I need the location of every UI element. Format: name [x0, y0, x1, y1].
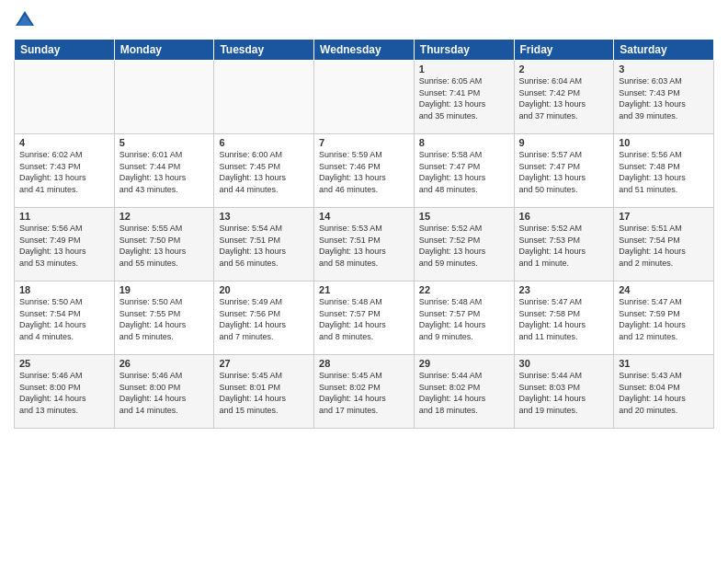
day-number: 15 [419, 211, 509, 222]
day-info: Sunrise: 5:53 AM Sunset: 7:51 PM Dayligh… [319, 223, 409, 269]
calendar-cell: 14Sunrise: 5:53 AM Sunset: 7:51 PM Dayli… [314, 208, 415, 282]
day-number: 16 [519, 211, 609, 222]
day-number: 24 [619, 284, 709, 295]
day-info: Sunrise: 5:47 AM Sunset: 7:59 PM Dayligh… [619, 296, 709, 342]
day-number: 5 [119, 137, 210, 148]
calendar-cell: 15Sunrise: 5:52 AM Sunset: 7:52 PM Dayli… [414, 208, 514, 282]
page: SundayMondayTuesdayWednesdayThursdayFrid… [0, 0, 728, 563]
day-info: Sunrise: 5:44 AM Sunset: 8:02 PM Dayligh… [419, 370, 509, 416]
calendar-cell: 21Sunrise: 5:48 AM Sunset: 7:57 PM Dayli… [314, 282, 415, 355]
header [14, 9, 714, 31]
day-info: Sunrise: 5:46 AM Sunset: 8:00 PM Dayligh… [119, 370, 210, 416]
day-number: 14 [319, 211, 409, 222]
weekday-header-tuesday: Tuesday [214, 40, 314, 61]
day-info: Sunrise: 5:50 AM Sunset: 7:54 PM Dayligh… [19, 296, 109, 342]
day-number: 6 [219, 137, 309, 148]
day-info: Sunrise: 6:05 AM Sunset: 7:41 PM Dayligh… [419, 75, 509, 121]
day-number: 28 [319, 358, 409, 369]
calendar-cell: 16Sunrise: 5:52 AM Sunset: 7:53 PM Dayli… [514, 208, 614, 282]
calendar-cell: 1Sunrise: 6:05 AM Sunset: 7:41 PM Daylig… [414, 61, 514, 134]
day-info: Sunrise: 5:46 AM Sunset: 8:00 PM Dayligh… [19, 370, 109, 416]
weekday-header-monday: Monday [114, 40, 214, 61]
calendar-cell: 13Sunrise: 5:54 AM Sunset: 7:51 PM Dayli… [214, 208, 314, 282]
calendar-cell: 11Sunrise: 5:56 AM Sunset: 7:49 PM Dayli… [15, 208, 115, 282]
day-number: 25 [19, 358, 109, 369]
day-number: 20 [219, 284, 309, 295]
calendar-cell: 9Sunrise: 5:57 AM Sunset: 7:47 PM Daylig… [514, 134, 614, 208]
calendar-cell: 24Sunrise: 5:47 AM Sunset: 7:59 PM Dayli… [614, 282, 714, 355]
calendar-cell: 20Sunrise: 5:49 AM Sunset: 7:56 PM Dayli… [214, 282, 314, 355]
day-info: Sunrise: 6:02 AM Sunset: 7:43 PM Dayligh… [19, 149, 109, 195]
calendar-cell: 29Sunrise: 5:44 AM Sunset: 8:02 PM Dayli… [414, 355, 514, 429]
week-row-3: 18Sunrise: 5:50 AM Sunset: 7:54 PM Dayli… [15, 282, 714, 355]
day-info: Sunrise: 5:57 AM Sunset: 7:47 PM Dayligh… [519, 149, 609, 195]
calendar-cell [214, 61, 314, 134]
day-info: Sunrise: 5:48 AM Sunset: 7:57 PM Dayligh… [319, 296, 409, 342]
week-row-0: 1Sunrise: 6:05 AM Sunset: 7:41 PM Daylig… [15, 61, 714, 134]
day-number: 19 [119, 284, 210, 295]
calendar-cell: 8Sunrise: 5:58 AM Sunset: 7:47 PM Daylig… [414, 134, 514, 208]
logo [14, 9, 40, 31]
day-info: Sunrise: 5:44 AM Sunset: 8:03 PM Dayligh… [519, 370, 609, 416]
weekday-header-wednesday: Wednesday [314, 40, 415, 61]
day-number: 1 [419, 63, 509, 75]
day-number: 2 [519, 63, 609, 75]
day-info: Sunrise: 5:45 AM Sunset: 8:01 PM Dayligh… [219, 370, 309, 416]
calendar-cell: 28Sunrise: 5:45 AM Sunset: 8:02 PM Dayli… [314, 355, 415, 429]
calendar-table: SundayMondayTuesdayWednesdayThursdayFrid… [14, 39, 714, 429]
calendar-cell: 5Sunrise: 6:01 AM Sunset: 7:44 PM Daylig… [114, 134, 214, 208]
calendar-cell: 19Sunrise: 5:50 AM Sunset: 7:55 PM Dayli… [114, 282, 214, 355]
day-info: Sunrise: 5:47 AM Sunset: 7:58 PM Dayligh… [519, 296, 609, 342]
calendar-cell [15, 61, 115, 134]
day-info: Sunrise: 5:55 AM Sunset: 7:50 PM Dayligh… [119, 223, 210, 269]
day-number: 3 [619, 63, 709, 75]
day-info: Sunrise: 5:49 AM Sunset: 7:56 PM Dayligh… [219, 296, 309, 342]
logo-icon [14, 9, 36, 31]
day-info: Sunrise: 5:54 AM Sunset: 7:51 PM Dayligh… [219, 223, 309, 269]
day-number: 30 [519, 358, 609, 369]
day-info: Sunrise: 5:43 AM Sunset: 8:04 PM Dayligh… [619, 370, 709, 416]
day-number: 7 [319, 137, 409, 148]
day-info: Sunrise: 5:58 AM Sunset: 7:47 PM Dayligh… [419, 149, 509, 195]
day-number: 18 [19, 284, 109, 295]
calendar-cell: 27Sunrise: 5:45 AM Sunset: 8:01 PM Dayli… [214, 355, 314, 429]
weekday-header-friday: Friday [514, 40, 614, 61]
calendar-cell: 25Sunrise: 5:46 AM Sunset: 8:00 PM Dayli… [15, 355, 115, 429]
week-row-1: 4Sunrise: 6:02 AM Sunset: 7:43 PM Daylig… [15, 134, 714, 208]
calendar-cell: 12Sunrise: 5:55 AM Sunset: 7:50 PM Dayli… [114, 208, 214, 282]
week-row-2: 11Sunrise: 5:56 AM Sunset: 7:49 PM Dayli… [15, 208, 714, 282]
day-number: 21 [319, 284, 409, 295]
day-number: 31 [619, 358, 709, 369]
day-info: Sunrise: 5:45 AM Sunset: 8:02 PM Dayligh… [319, 370, 409, 416]
day-info: Sunrise: 5:52 AM Sunset: 7:53 PM Dayligh… [519, 223, 609, 269]
calendar-cell: 6Sunrise: 6:00 AM Sunset: 7:45 PM Daylig… [214, 134, 314, 208]
day-number: 22 [419, 284, 509, 295]
day-info: Sunrise: 5:52 AM Sunset: 7:52 PM Dayligh… [419, 223, 509, 269]
calendar-cell: 7Sunrise: 5:59 AM Sunset: 7:46 PM Daylig… [314, 134, 415, 208]
day-info: Sunrise: 5:59 AM Sunset: 7:46 PM Dayligh… [319, 149, 409, 195]
day-number: 27 [219, 358, 309, 369]
calendar-cell: 3Sunrise: 6:03 AM Sunset: 7:43 PM Daylig… [614, 61, 714, 134]
day-info: Sunrise: 5:48 AM Sunset: 7:57 PM Dayligh… [419, 296, 509, 342]
day-number: 17 [619, 211, 709, 222]
weekday-header-sunday: Sunday [15, 40, 115, 61]
weekday-header-row: SundayMondayTuesdayWednesdayThursdayFrid… [15, 40, 714, 61]
calendar-cell [114, 61, 214, 134]
calendar-cell: 31Sunrise: 5:43 AM Sunset: 8:04 PM Dayli… [614, 355, 714, 429]
day-number: 11 [19, 211, 109, 222]
day-number: 8 [419, 137, 509, 148]
day-number: 13 [219, 211, 309, 222]
calendar-cell: 23Sunrise: 5:47 AM Sunset: 7:58 PM Dayli… [514, 282, 614, 355]
calendar-cell: 4Sunrise: 6:02 AM Sunset: 7:43 PM Daylig… [15, 134, 115, 208]
week-row-4: 25Sunrise: 5:46 AM Sunset: 8:00 PM Dayli… [15, 355, 714, 429]
calendar-cell: 2Sunrise: 6:04 AM Sunset: 7:42 PM Daylig… [514, 61, 614, 134]
day-info: Sunrise: 6:00 AM Sunset: 7:45 PM Dayligh… [219, 149, 309, 195]
day-info: Sunrise: 5:51 AM Sunset: 7:54 PM Dayligh… [619, 223, 709, 269]
calendar-cell: 22Sunrise: 5:48 AM Sunset: 7:57 PM Dayli… [414, 282, 514, 355]
day-number: 12 [119, 211, 210, 222]
weekday-header-saturday: Saturday [614, 40, 714, 61]
day-info: Sunrise: 6:04 AM Sunset: 7:42 PM Dayligh… [519, 75, 609, 121]
day-number: 4 [19, 137, 109, 148]
calendar-cell: 18Sunrise: 5:50 AM Sunset: 7:54 PM Dayli… [15, 282, 115, 355]
calendar-cell [314, 61, 415, 134]
